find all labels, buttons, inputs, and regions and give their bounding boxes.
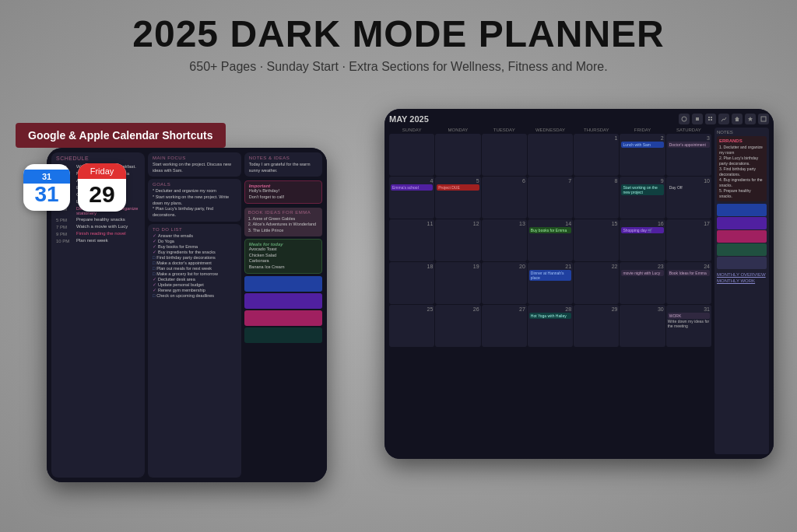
monthly-links: MONTHLY OVERVIEW MONTHLY WORK bbox=[717, 272, 767, 283]
cal-cell-1: 1 bbox=[574, 134, 619, 176]
monthly-work-link[interactable]: MONTHLY WORK bbox=[717, 278, 767, 283]
subtitle: 650+ Pages · Sunday Start · Extra Sectio… bbox=[0, 60, 797, 74]
header-section: 2025 DARK MODE PLANNER 650+ Pages · Sund… bbox=[0, 0, 797, 74]
cal-cell-empty bbox=[482, 134, 527, 176]
main-title: 2025 DARK MODE PLANNER bbox=[0, 14, 797, 55]
meal-3: Carbonara bbox=[249, 258, 318, 264]
books-box: Book Ideas for Emma 1. Anne of Green Gab… bbox=[244, 208, 322, 236]
goal-1: * Declutter and organize my room bbox=[153, 188, 237, 194]
schedule-item: 5 PM Prepare healthy snacks bbox=[56, 217, 140, 222]
calendar-inner: MAY 2025 bbox=[384, 109, 774, 459]
cal-cell-5: 5 Project DUE bbox=[435, 177, 480, 219]
svg-marker-7 bbox=[748, 117, 753, 121]
meals-box: Meals for today Avocado Toast Chicken Sa… bbox=[244, 239, 322, 274]
book-2: 2. Alice's Adventures in Wonderland bbox=[248, 222, 318, 228]
todo-item: ✓Answer the emails bbox=[153, 233, 237, 238]
cal-cell-31: 31 WORK Write down my ideas for the meet… bbox=[666, 305, 711, 347]
meeting-note: Write down my ideas for the meeting bbox=[668, 319, 710, 328]
notes-header: NOTES bbox=[717, 130, 767, 135]
todo-item: ✓Update personal budget bbox=[153, 282, 237, 287]
cal-cell-25: 25 bbox=[389, 305, 434, 347]
cal-event: Lunch with Sam bbox=[621, 142, 663, 148]
cal-cell-27: 27 bbox=[482, 305, 527, 347]
svg-rect-3 bbox=[711, 117, 712, 118]
goal-3: * Plan Lucy's birthday party, find decor… bbox=[153, 206, 237, 218]
cal-event: Book Ideas for Emma bbox=[668, 270, 710, 276]
goals-title: GOALS bbox=[153, 182, 237, 187]
errands-box: ERRANDS 1. Declutter and organize my roo… bbox=[717, 136, 767, 201]
notes-text: Today I am grateful for the warm sunny w… bbox=[249, 162, 318, 173]
day-friday: FRIDAY bbox=[620, 128, 665, 132]
middle-panel: MAIN FOCUS Start working on the project.… bbox=[148, 152, 241, 478]
cal-cell-29: 29 bbox=[574, 305, 619, 347]
cal-event: Hot Yoga with Hailey bbox=[529, 313, 571, 319]
errands-title: ERRANDS bbox=[719, 138, 764, 143]
color-tab-teal bbox=[717, 243, 767, 256]
schedule-item: 10 PM Plan next week bbox=[56, 238, 140, 243]
app-icons-container: 31 31 Friday 29 bbox=[23, 163, 126, 212]
monthly-overview-link[interactable]: MONTHLY OVERVIEW bbox=[717, 272, 767, 277]
schedule-item: 9 PM Finish reading the novel bbox=[56, 231, 140, 236]
google-cal-num: 31 bbox=[34, 184, 58, 205]
maximize-icon[interactable] bbox=[758, 114, 769, 124]
book-1: 1. Anne of Green Gables bbox=[248, 216, 318, 222]
cal-cell-19: 19 bbox=[435, 262, 480, 304]
calendar-body: SUNDAY MONDAY TUESDAY WEDNESDAY THURSDAY… bbox=[389, 128, 769, 454]
svg-marker-6 bbox=[735, 117, 739, 121]
color-strip bbox=[244, 276, 322, 478]
day-saturday: SATURDAY bbox=[666, 128, 711, 132]
main-focus-title: MAIN FOCUS bbox=[153, 156, 237, 160]
feature-badge: Google & Apple Calendar Shortcuts bbox=[16, 123, 226, 148]
cal-cell-22: 22 bbox=[574, 262, 619, 304]
calendar-notes-sidebar: NOTES ERRANDS 1. Declutter and organize … bbox=[714, 128, 769, 454]
calendar-grid: 1 2 Lunch with Sam 3 Doctor's appointmen… bbox=[389, 134, 711, 347]
calendar-header: MAY 2025 bbox=[389, 114, 769, 124]
chart-icon[interactable] bbox=[718, 114, 729, 124]
share-icon[interactable] bbox=[679, 114, 690, 124]
cal-event: movie night with Lucy bbox=[621, 270, 663, 276]
cal-event: Dinner at Hannah's place bbox=[529, 270, 571, 281]
cal-cell-3: 3 Doctor's appointment bbox=[666, 134, 711, 176]
errand-5: 5. Prepare healthy snacks. bbox=[719, 188, 764, 198]
cal-cell-17: 17 bbox=[666, 219, 711, 261]
main-focus-section: MAIN FOCUS Start working on the project.… bbox=[148, 152, 241, 177]
cal-cell-30: 30 bbox=[620, 305, 665, 347]
day-wednesday: WEDNESDAY bbox=[528, 128, 573, 132]
schedule-title: Schedule bbox=[56, 156, 140, 161]
book-3: 3. The Little Prince bbox=[248, 228, 318, 234]
todo-title: TO DO LIST bbox=[153, 227, 237, 232]
errand-3: 3. Find birthday party decorations. bbox=[719, 166, 764, 177]
cal-event: Doctor's appointment bbox=[668, 142, 710, 148]
cal-cell-empty bbox=[528, 134, 573, 176]
errand-1: 1. Declutter and organize my room bbox=[719, 145, 764, 155]
day-tuesday: TUESDAY bbox=[482, 128, 527, 132]
color-tab-dark bbox=[717, 257, 767, 269]
cal-cell-18: 18 bbox=[389, 262, 434, 304]
color-tab-red bbox=[717, 230, 767, 243]
cal-event: Emma's school bbox=[391, 184, 433, 191]
todo-item: □Plan out meals for next week bbox=[153, 266, 237, 271]
grid-icon[interactable] bbox=[705, 114, 716, 124]
cal-cell-6: 6 bbox=[482, 177, 527, 219]
cal-event: Day Off bbox=[668, 184, 710, 191]
cal-event: WORK bbox=[668, 313, 710, 319]
star-icon[interactable] bbox=[745, 114, 756, 124]
cal-event: Project DUE bbox=[437, 184, 479, 191]
cal-cell-2: 2 Lunch with Sam bbox=[620, 134, 665, 176]
right-tablet: MAY 2025 bbox=[384, 109, 774, 459]
cal-cell-15: 15 bbox=[574, 219, 619, 261]
cal-event: Buy books for Emma bbox=[529, 227, 571, 233]
schedule-item: 7 PM Watch a movie with Lucy bbox=[56, 224, 140, 229]
day-sunday: SUNDAY bbox=[389, 128, 434, 132]
cal-cell-20: 20 bbox=[482, 262, 527, 304]
color-tabs bbox=[717, 204, 767, 269]
meal-4: Banana Ice Cream bbox=[249, 264, 318, 271]
settings-icon[interactable] bbox=[692, 114, 703, 124]
goals-section: GOALS * Declutter and organize my room *… bbox=[148, 179, 241, 221]
important-text: Holly's Birthday! Don't forget to call! bbox=[249, 188, 318, 200]
svg-rect-1 bbox=[696, 117, 699, 121]
cal-cell-24: 24 Book Ideas for Emma bbox=[666, 262, 711, 304]
todo-item: ✓Renew gym membership bbox=[153, 288, 237, 292]
home-icon[interactable] bbox=[732, 114, 743, 124]
cal-cell-10: 10 Day Off bbox=[666, 177, 711, 219]
